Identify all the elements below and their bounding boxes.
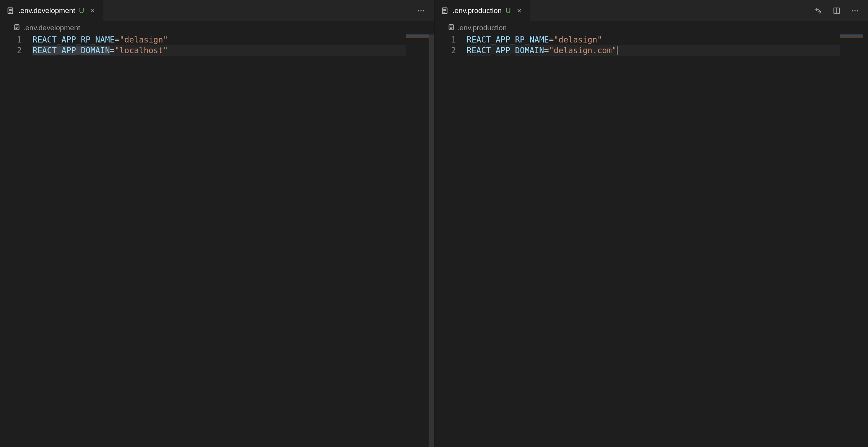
code-line[interactable]: REACT_APP_DOMAIN="delasign.com": [467, 45, 868, 56]
line-number: 2: [0, 45, 22, 56]
compare-icon[interactable]: [813, 5, 824, 16]
env-variable: REACT_APP_DOMAIN: [33, 46, 110, 55]
text-cursor: [617, 46, 618, 55]
env-value: "delasign": [120, 35, 168, 44]
env-variable: REACT_APP_RP_NAME: [33, 35, 115, 44]
breadcrumb-left[interactable]: .env.development: [0, 21, 434, 34]
code-line[interactable]: REACT_APP_RP_NAME="delasign": [467, 34, 868, 45]
tab-git-status: U: [506, 7, 511, 15]
svg-point-18: [854, 10, 855, 11]
env-value: "delasign": [554, 35, 602, 44]
code-content-left[interactable]: REACT_APP_RP_NAME="delasign" REACT_APP_D…: [33, 34, 434, 56]
gutter-left: 1 2: [0, 34, 33, 56]
svg-point-17: [852, 10, 853, 11]
line-number: 2: [434, 45, 456, 56]
equals-sign: =: [110, 46, 115, 55]
file-icon: [448, 24, 455, 32]
minimap-left[interactable]: [406, 34, 429, 447]
env-value: "localhost": [115, 46, 168, 55]
editor-left[interactable]: 1 2 REACT_APP_RP_NAME="delasign" REACT_A…: [0, 34, 434, 447]
svg-point-5: [420, 10, 421, 11]
breadcrumb-label: .env.production: [458, 24, 507, 32]
scrollbar-right[interactable]: [863, 34, 868, 447]
env-variable: REACT_APP_RP_NAME: [467, 35, 549, 44]
tab-bar-left: .env.development U: [0, 0, 434, 21]
minimap-content: [406, 34, 429, 38]
svg-point-6: [423, 10, 424, 11]
tab-actions-right: [813, 5, 868, 16]
tab-label: .env.development: [18, 7, 75, 15]
env-variable: REACT_APP_DOMAIN: [467, 46, 544, 55]
editor-pane-right: .env.production U: [434, 0, 868, 447]
code-line[interactable]: REACT_APP_DOMAIN="localhost": [33, 45, 434, 56]
file-icon: [13, 24, 20, 32]
split-editor-icon[interactable]: [831, 5, 842, 16]
code-line[interactable]: REACT_APP_RP_NAME="delasign": [33, 34, 434, 45]
more-icon[interactable]: [416, 5, 426, 16]
breadcrumb-label: .env.development: [23, 24, 80, 32]
close-icon[interactable]: [88, 6, 97, 15]
editor-right[interactable]: 1 2 REACT_APP_RP_NAME="delasign" REACT_A…: [434, 34, 868, 447]
tab-bar-right: .env.production U: [434, 0, 868, 21]
line-number: 1: [434, 34, 456, 45]
file-icon: [6, 7, 15, 15]
minimap-content: [840, 34, 863, 38]
scrollbar-left[interactable]: [429, 34, 434, 447]
editor-pane-left: .env.development U .: [0, 0, 434, 447]
tab-env-development[interactable]: .env.development U: [0, 0, 104, 21]
line-number: 1: [0, 34, 22, 45]
code-area-right: 1 2 REACT_APP_RP_NAME="delasign" REACT_A…: [434, 34, 868, 56]
code-content-right[interactable]: REACT_APP_RP_NAME="delasign" REACT_APP_D…: [467, 34, 868, 56]
more-icon[interactable]: [850, 5, 860, 16]
breadcrumb-right[interactable]: .env.production: [434, 21, 868, 34]
equals-sign: =: [115, 35, 120, 44]
equals-sign: =: [544, 46, 549, 55]
code-area-left: 1 2 REACT_APP_RP_NAME="delasign" REACT_A…: [0, 34, 434, 56]
tab-actions-left: [416, 5, 434, 16]
tab-env-production[interactable]: .env.production U: [434, 0, 530, 21]
minimap-right[interactable]: [840, 34, 863, 447]
gutter-right: 1 2: [434, 34, 467, 56]
workspace: .env.development U .: [0, 0, 868, 447]
scrollbar-thumb[interactable]: [429, 34, 434, 447]
equals-sign: =: [549, 35, 554, 44]
tab-label: .env.production: [453, 7, 502, 15]
svg-point-19: [857, 10, 858, 11]
tab-git-status: U: [79, 7, 85, 15]
svg-point-4: [418, 10, 419, 11]
close-icon[interactable]: [515, 6, 524, 15]
file-icon: [441, 7, 449, 15]
env-value: "delasign.com": [549, 46, 616, 55]
